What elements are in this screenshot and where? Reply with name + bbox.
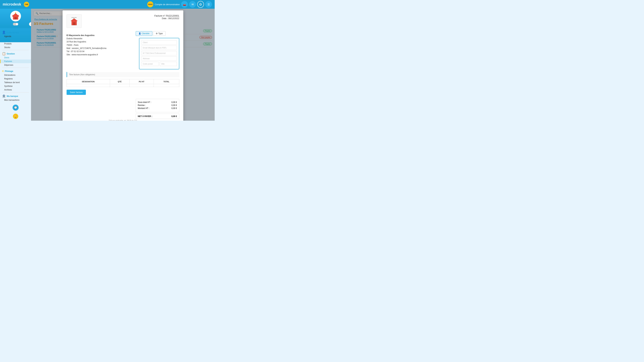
car-icon-btn[interactable]: 🚗 bbox=[181, 1, 188, 8]
col-total: Total bbox=[154, 79, 179, 84]
code-postal-field[interactable]: Code postal bbox=[142, 62, 159, 66]
main-layout: ‹ 👤 Commercial Agenda Clients Produits S… bbox=[0, 9, 215, 121]
toggle-area[interactable] bbox=[13, 23, 18, 25]
sidebar-item-transactions[interactable]: Mes transactions bbox=[0, 98, 31, 102]
nav-divider-2 bbox=[2, 67, 29, 68]
empty-cell bbox=[130, 84, 154, 87]
sidebar-item-devis[interactable]: Devis bbox=[0, 56, 31, 59]
invoice-number: Facture n° FA22120001 bbox=[154, 14, 179, 17]
email-field[interactable]: Email (Masqué dans le PDF) bbox=[142, 45, 177, 50]
company-address: 16 Rue des Augustins bbox=[66, 40, 133, 43]
tab-type[interactable]: ⚙ Type bbox=[153, 31, 166, 36]
mail-icon-btn[interactable]: ✉ bbox=[189, 1, 196, 8]
sidebar-item-synthese[interactable]: Synthèse bbox=[0, 84, 31, 88]
svg-rect-3 bbox=[17, 15, 19, 17]
modal-body-row: EI Maçonnerie des Augustins Dubois Alexa… bbox=[66, 31, 179, 69]
header: microdesk ©AE DEMO Compte de démonstrati… bbox=[0, 0, 215, 9]
sidebar-item-factures[interactable]: Factures bbox=[0, 59, 31, 63]
commercial-icon: 👤 bbox=[2, 30, 6, 34]
svg-point-4 bbox=[15, 12, 16, 13]
sidebar-item-depenses[interactable]: Dépenses bbox=[0, 63, 31, 67]
montant-label: Montant HT : bbox=[138, 107, 150, 109]
nav-section-commercial: 👤 Commercial bbox=[0, 29, 31, 34]
sidebar-item-produits[interactable]: Produits bbox=[0, 42, 31, 45]
sous-total-value: 0,00 € bbox=[172, 101, 177, 103]
account-info: DEMO Compte de démonstration bbox=[147, 1, 180, 7]
app-logo: microdesk bbox=[3, 2, 21, 6]
adresse-field[interactable]: Adresse bbox=[142, 56, 177, 61]
gestion-icon: 📋 bbox=[2, 52, 6, 55]
modal-overlay: ✕ 💾 ✓ 📄 ✉ 👁 Augustin bbox=[31, 9, 215, 121]
svg-rect-1 bbox=[14, 17, 17, 19]
modal-body-right: 👤 Clientèle ⚙ Type Client Email (Masqué bbox=[136, 31, 179, 69]
bottom-icon: 🏆 bbox=[13, 114, 18, 119]
empty-cell bbox=[66, 84, 110, 87]
chat-btn[interactable]: 💬 bbox=[12, 105, 18, 111]
montant-value: 0,00 € bbox=[172, 107, 177, 109]
sidebar-item-clients[interactable]: Clients bbox=[0, 38, 31, 42]
sidebar-item-stocks[interactable]: Stocks bbox=[0, 45, 31, 49]
tva-note: TVA non applicable, art. 293 B du CGI bbox=[66, 120, 179, 121]
company-site: Site : www.maconnerie-augustins.fr bbox=[66, 53, 133, 56]
montant-row: Montant HT : 0,00 € bbox=[138, 107, 177, 109]
client-form: Client Email (Masqué dans le PDF) N° TVA… bbox=[139, 38, 179, 69]
net-label: NET À PAYER : bbox=[138, 115, 152, 117]
invoice-date-display: Date : 08/12/2022 bbox=[154, 17, 179, 19]
ae-badge: ©AE bbox=[24, 2, 29, 7]
postal-ville-row: Code postal Ville bbox=[142, 62, 177, 67]
tva-field[interactable]: N° TVA Client Professionnel bbox=[142, 51, 177, 55]
power-btn[interactable]: ⏻ bbox=[197, 1, 204, 8]
nav-section-banque: 🏦 Ma banque bbox=[0, 93, 31, 98]
totals-table: Sous-total HT : 0,00 € Remise : 0,00 € M… bbox=[136, 99, 179, 112]
nav-section-gestion: 📋 Gestion bbox=[0, 51, 31, 56]
company-tel: Tél : 07 01 02 03 04 bbox=[66, 50, 133, 53]
sidebar-nav: 👤 Commercial Agenda Clients Produits Sto… bbox=[0, 28, 31, 103]
modal-header: Augustin Facture n° FA22120001 Date : 08… bbox=[66, 14, 179, 28]
remise-value: 0,00 € bbox=[172, 104, 177, 106]
ville-field[interactable]: Ville bbox=[160, 62, 177, 66]
invoice-title-input[interactable] bbox=[66, 72, 179, 77]
svg-rect-2 bbox=[12, 15, 14, 17]
sous-total-label: Sous-total HT : bbox=[138, 101, 151, 103]
sidebar: ‹ 👤 Commercial Agenda Clients Produits S… bbox=[0, 9, 31, 121]
sidebar-item-tableaux[interactable]: Tableaux de bord bbox=[0, 81, 31, 84]
invoice-modal: ✕ 💾 ✓ 📄 ✉ 👁 Augustin bbox=[62, 10, 183, 121]
sous-total-row: Sous-total HT : 0,00 € bbox=[138, 101, 177, 103]
saisir-facture-button[interactable]: Saisir facture bbox=[66, 90, 86, 95]
company-mail: Mail : session_1671724676_formation@cma bbox=[66, 47, 133, 50]
company-logo: Augustin bbox=[66, 14, 82, 28]
svg-text:Augustin: Augustin bbox=[72, 17, 77, 18]
client-field[interactable]: Client bbox=[142, 40, 177, 44]
company-name: EI Maçonnerie des Augustins bbox=[66, 34, 133, 37]
invoice-title-area: Facture n° FA22120001 Date : 08/12/2022 bbox=[154, 14, 179, 19]
user-icon: 👤 bbox=[138, 32, 141, 35]
sidebar-item-agenda[interactable]: Agenda bbox=[0, 34, 31, 38]
table-row bbox=[66, 84, 179, 87]
col-designation: Désignation bbox=[66, 79, 110, 84]
tab-clientele[interactable]: 👤 Clientèle bbox=[136, 31, 152, 36]
settings-icon: ⚙ bbox=[156, 32, 158, 35]
settings-btn[interactable]: ☰ bbox=[205, 1, 212, 8]
remise-row: Remise : 0,00 € bbox=[138, 104, 177, 106]
net-a-payer: NET À PAYER : 0,00 € bbox=[136, 114, 179, 119]
col-qte: Qté bbox=[110, 79, 130, 84]
company-city: 75000 - Paris bbox=[66, 43, 133, 47]
content-area: 🔍 Créer Plus d'options de recherche 3/3 … bbox=[31, 9, 215, 121]
client-tabs: 👤 Clientèle ⚙ Type bbox=[136, 31, 179, 36]
svg-rect-9 bbox=[75, 20, 76, 22]
sidebar-item-archives[interactable]: Archives bbox=[0, 88, 31, 92]
sidebar-item-registres[interactable]: Registres bbox=[0, 77, 31, 81]
toggle[interactable] bbox=[13, 23, 18, 25]
company-info: EI Maçonnerie des Augustins Dubois Alexa… bbox=[66, 34, 133, 56]
invoice-table: Désignation Qté PU HT Total bbox=[66, 79, 179, 87]
header-right: DEMO Compte de démonstration 🚗 ✉ ⏻ ☰ bbox=[147, 1, 212, 8]
sidebar-item-declarations[interactable]: Déclarations bbox=[0, 73, 31, 77]
net-value: 0,00 € bbox=[172, 115, 177, 117]
demo-badge: DEMO bbox=[147, 1, 153, 7]
svg-rect-7 bbox=[73, 22, 75, 25]
company-contact: Dubois Alexandre bbox=[66, 37, 133, 40]
banque-icon: 🏦 bbox=[2, 94, 6, 98]
empty-cell bbox=[154, 84, 179, 87]
avatar bbox=[10, 11, 21, 21]
empty-cell bbox=[110, 84, 130, 87]
